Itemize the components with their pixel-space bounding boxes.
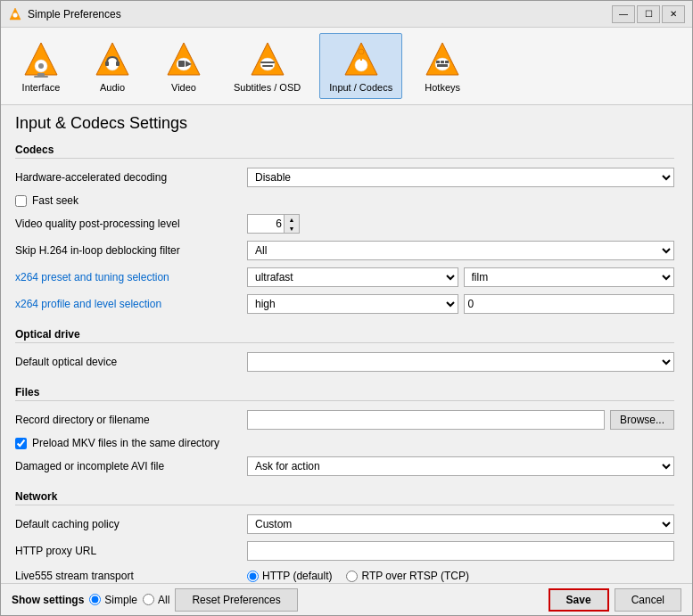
optical-section: Optical drive Default optical device xyxy=(15,324,674,375)
optical-device-label: Default optical device xyxy=(15,356,247,368)
svg-rect-13 xyxy=(178,61,185,67)
optical-device-select[interactable] xyxy=(247,352,674,372)
window-controls: — ☐ ✕ xyxy=(612,5,685,23)
http-proxy-label: HTTP proxy URL xyxy=(15,545,247,557)
http-proxy-input[interactable] xyxy=(247,541,674,561)
show-settings-label: Show settings xyxy=(12,594,84,606)
http-proxy-row: HTTP proxy URL xyxy=(15,538,674,564)
optical-header: Optical drive xyxy=(15,324,674,343)
svg-point-4 xyxy=(38,63,44,69)
tab-video-label: Video xyxy=(171,82,196,93)
main-window: Simple Preferences — ☐ ✕ Interface xyxy=(0,0,693,616)
title-bar: Simple Preferences — ☐ ✕ xyxy=(1,1,692,28)
video-quality-input[interactable] xyxy=(248,215,284,233)
svg-rect-29 xyxy=(445,61,449,63)
fast-seek-label: Fast seek xyxy=(32,194,78,207)
all-radio[interactable] xyxy=(143,594,154,605)
files-section: Files Record directory or filename Brows… xyxy=(15,382,674,480)
x264-level-input[interactable] xyxy=(464,294,675,314)
hw-decoding-select[interactable]: Disable Automatic DirectX Video Accelera… xyxy=(247,168,674,187)
svg-rect-30 xyxy=(437,64,448,67)
tab-subtitles-label: Subtitles / OSD xyxy=(234,82,301,93)
live555-label: Live555 stream transport xyxy=(15,570,247,582)
skip-h264-select[interactable]: All Non-reference None xyxy=(247,241,674,260)
video-quality-control: ▲ ▼ xyxy=(247,214,674,234)
x264-preset-label[interactable]: x264 preset and tuning selection xyxy=(15,271,247,283)
input-codecs-icon xyxy=(340,39,383,82)
interface-icon xyxy=(20,39,62,82)
tab-interface[interactable]: Interface xyxy=(10,33,72,99)
network-section: Network Default caching policy Custom Lo… xyxy=(15,487,674,583)
record-dir-label: Record directory or filename xyxy=(15,414,247,426)
svg-point-20 xyxy=(355,59,367,71)
live555-row: Live555 stream transport HTTP (default) … xyxy=(15,564,674,583)
video-quality-row: Video quality post-processing level ▲ ▼ xyxy=(15,210,674,237)
hw-decoding-control: Disable Automatic DirectX Video Accelera… xyxy=(247,168,674,187)
save-button[interactable]: Save xyxy=(549,588,609,612)
codecs-section: Codecs Hardware-accelerated decoding Dis… xyxy=(15,140,674,317)
record-dir-input[interactable] xyxy=(247,410,605,430)
tab-subtitles[interactable]: Subtitles / OSD xyxy=(224,33,310,99)
minimize-button[interactable]: — xyxy=(612,5,635,23)
x264-preset-select[interactable]: ultrafast superfast veryfast faster fast… xyxy=(247,267,458,287)
tab-audio-label: Audio xyxy=(100,82,125,93)
caching-policy-control: Custom Lowest latency Low latency Normal… xyxy=(247,514,674,534)
svg-rect-18 xyxy=(262,65,273,67)
caching-policy-select[interactable]: Custom Lowest latency Low latency Normal… xyxy=(247,514,674,534)
reset-preferences-button[interactable]: Reset Preferences xyxy=(175,588,297,612)
tab-video[interactable]: Video xyxy=(153,33,215,99)
audio-icon xyxy=(91,39,134,82)
fast-seek-checkbox[interactable] xyxy=(15,195,27,207)
toolbar: Interface Audio Video xyxy=(1,28,692,105)
live555-http-radio[interactable] xyxy=(247,571,259,582)
preload-mkv-checkbox[interactable] xyxy=(15,438,27,449)
skip-h264-row: Skip H.264 in-loop deblocking filter All… xyxy=(15,237,674,264)
settings-scroll[interactable]: Codecs Hardware-accelerated decoding Dis… xyxy=(15,140,689,583)
live555-http-item: HTTP (default) xyxy=(247,570,332,582)
spinbox-arrows: ▲ ▼ xyxy=(284,215,299,233)
x264-preset-control: ultrafast superfast veryfast faster fast… xyxy=(247,267,674,287)
spinbox-down[interactable]: ▼ xyxy=(285,224,299,233)
all-label: All xyxy=(158,594,169,606)
damaged-avi-label: Damaged or incomplete AVI file xyxy=(15,460,247,472)
fast-seek-row: Fast seek xyxy=(15,191,674,210)
caching-policy-row: Default caching policy Custom Lowest lat… xyxy=(15,511,674,538)
subtitles-icon xyxy=(246,39,289,82)
live555-rtp-label: RTP over RTSP (TCP) xyxy=(361,570,468,582)
skip-h264-control: All Non-reference None xyxy=(247,241,674,260)
svg-rect-28 xyxy=(441,61,444,63)
simple-radio[interactable] xyxy=(89,594,101,605)
svg-rect-27 xyxy=(436,61,440,63)
footer-right: Save Cancel xyxy=(549,588,681,612)
codecs-header: Codecs xyxy=(15,140,674,159)
video-quality-label: Video quality post-processing level xyxy=(15,218,247,230)
footer-left: Show settings Simple All Reset Preferenc… xyxy=(12,588,541,612)
hw-decoding-label: Hardware-accelerated decoding xyxy=(15,171,247,184)
x264-tuning-select[interactable]: film animation grain stillimage psnr ssi… xyxy=(464,267,675,287)
app-icon xyxy=(8,7,22,21)
damaged-avi-select[interactable]: Ask for action Ignore Fix xyxy=(247,456,674,476)
x264-profile-select[interactable]: baseline main high high10 high422 high44… xyxy=(247,294,458,314)
maximize-button[interactable]: ☐ xyxy=(637,5,660,23)
files-header: Files xyxy=(15,382,674,401)
live555-radio-group: HTTP (default) RTP over RTSP (TCP) xyxy=(247,570,469,582)
browse-button[interactable]: Browse... xyxy=(610,410,674,430)
x264-profile-label[interactable]: x264 profile and level selection xyxy=(15,298,247,310)
x264-preset-row: x264 preset and tuning selection ultrafa… xyxy=(15,264,674,291)
close-button[interactable]: ✕ xyxy=(662,5,685,23)
live555-rtp-radio[interactable] xyxy=(346,571,358,582)
optical-device-row: Default optical device xyxy=(15,349,674,375)
network-header: Network xyxy=(15,487,674,505)
tab-hotkeys-label: Hotkeys xyxy=(425,82,460,93)
spinbox-up[interactable]: ▲ xyxy=(285,215,299,224)
svg-rect-10 xyxy=(116,62,120,66)
tab-hotkeys[interactable]: Hotkeys xyxy=(411,33,474,99)
damaged-avi-row: Damaged or incomplete AVI file Ask for a… xyxy=(15,453,674,480)
tab-input-codecs[interactable]: Input / Codecs xyxy=(319,33,402,99)
record-dir-row: Record directory or filename Browse... xyxy=(15,407,674,433)
hw-decoding-row: Hardware-accelerated decoding Disable Au… xyxy=(15,164,674,191)
simple-radio-item: Simple xyxy=(89,594,137,606)
tab-interface-label: Interface xyxy=(22,82,61,93)
cancel-button[interactable]: Cancel xyxy=(615,588,681,612)
tab-audio[interactable]: Audio xyxy=(81,33,144,99)
